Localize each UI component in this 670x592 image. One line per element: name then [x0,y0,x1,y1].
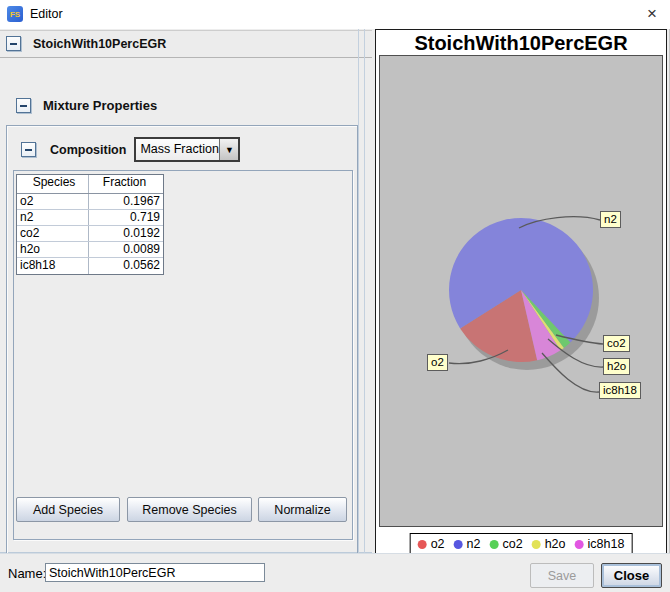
table-row[interactable]: ic8h18 0.0562 [17,258,163,274]
table-row[interactable]: o2 0.1967 [17,194,163,210]
collapse-minus-icon[interactable] [6,36,21,51]
legend-item: co2 [489,537,522,551]
editor-window: FS Editor × StoichWith10PercEGR Mixture … [0,0,670,592]
species-cell[interactable]: ic8h18 [17,258,89,274]
legend-item: h2o [532,537,566,551]
species-cell[interactable]: co2 [17,226,89,241]
properties-panel: StoichWith10PercEGR Mixture Properties C… [0,29,372,553]
combobox-value: Mass Fraction [136,139,219,160]
remove-species-button[interactable]: Remove Species [127,497,252,522]
table-row[interactable]: n2 0.719 [17,210,163,226]
subsection-title: Mixture Properties [43,98,157,113]
close-icon[interactable]: × [642,4,662,24]
table-header-fraction: Fraction [89,175,163,193]
scrollpane-border [364,29,365,553]
legend-swatch-icon [532,540,541,549]
legend-swatch-icon [489,540,498,549]
save-button[interactable]: Save [530,563,594,588]
legend-item: ic8h18 [574,537,624,551]
footer-bar: Name: Save Close [0,553,670,592]
normalize-button[interactable]: Normalize [258,497,347,522]
chevron-down-icon[interactable]: ▼ [219,139,238,160]
fraction-cell[interactable]: 0.0192 [89,226,163,241]
species-table: Species Fraction o2 0.1967 n2 0.719 co2 … [16,174,164,275]
legend-label: ic8h18 [587,537,624,551]
legend-item: o2 [418,537,445,551]
pie-chart-svg [380,56,664,528]
mass-fraction-combobox[interactable]: Mass Fraction ▼ [134,137,240,162]
pie-label-co2: co2 [603,335,630,352]
pie-label-ic8h18: ic8h18 [599,382,641,399]
species-cell[interactable]: n2 [17,210,89,225]
pie-plot-area: o2n2co2h2oic8h18 [379,55,663,527]
section-header: StoichWith10PercEGR [0,30,372,58]
collapse-minus-icon[interactable] [16,98,31,113]
chart-panel: StoichWith10PercEGR o2n2co2h2oic8h18 o2 … [375,29,667,557]
table-header-species: Species [17,175,89,193]
legend-label: o2 [431,537,445,551]
legend-swatch-icon [454,540,463,549]
fraction-cell[interactable]: 0.0089 [89,242,163,257]
legend-swatch-icon [574,540,583,549]
window-titlebar: FS Editor × [0,0,670,29]
pie-label-o2: o2 [427,354,448,371]
close-button[interactable]: Close [601,563,662,588]
fraction-cell[interactable]: 0.1967 [89,194,163,209]
scrollpane-border [358,29,359,553]
legend-swatch-icon [418,540,427,549]
fraction-cell[interactable]: 0.0562 [89,258,163,274]
window-title: Editor [30,7,63,21]
section-title: StoichWith10PercEGR [33,31,166,58]
composition-content-box: Species Fraction o2 0.1967 n2 0.719 co2 … [13,170,353,540]
table-row[interactable]: h2o 0.0089 [17,242,163,258]
app-logo-icon: FS [7,6,23,22]
species-cell[interactable]: h2o [17,242,89,257]
pie-label-h2o: h2o [603,358,630,375]
mixture-properties-header: Mixture Properties [16,98,157,113]
legend-label: n2 [467,537,481,551]
chart-legend: o2 n2 co2 h2o ic8h18 [410,533,633,555]
pie-label-n2: n2 [600,211,621,228]
fraction-cell[interactable]: 0.719 [89,210,163,225]
table-row[interactable]: co2 0.0192 [17,226,163,242]
legend-label: h2o [545,537,566,551]
legend-label: co2 [502,537,522,551]
mixture-properties-groupbox: Composition Mass Fraction ▼ Species Frac… [6,125,358,557]
name-input[interactable] [45,563,265,582]
legend-item: n2 [454,537,481,551]
name-label: Name: [8,566,46,581]
collapse-minus-icon[interactable] [21,142,36,157]
composition-label: Composition [50,143,126,157]
composition-row: Composition Mass Fraction ▼ [21,137,240,162]
species-cell[interactable]: o2 [17,194,89,209]
table-header-row: Species Fraction [17,175,163,194]
chart-title: StoichWith10PercEGR [376,32,666,55]
add-species-button[interactable]: Add Species [16,497,120,522]
